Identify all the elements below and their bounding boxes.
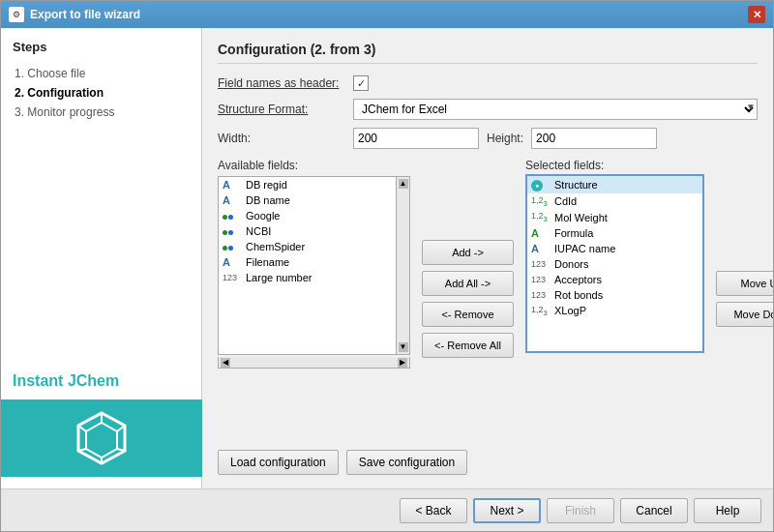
available-fields-panel: Available fields: A DB regid A DB name (218, 159, 410, 438)
field-label: Mol Weight (554, 212, 608, 223)
text-icon: A (223, 194, 242, 206)
list-item[interactable]: 1,23 Mol Weight (527, 209, 702, 225)
num-icon: 123 (531, 275, 551, 284)
back-button[interactable]: < Back (400, 498, 467, 523)
field-label: Rot bonds (554, 289, 603, 301)
move-up-button[interactable]: Move Up (716, 271, 773, 296)
list-item[interactable]: A Formula (527, 225, 702, 241)
field-label: DB name (246, 194, 290, 206)
brand-logo-box (1, 399, 202, 477)
window-icon: ⚙ (9, 7, 24, 22)
sidebar: Steps 1. Choose file 2. Configuration 3.… (1, 28, 202, 488)
list-item[interactable]: Google (219, 208, 396, 223)
mol-icon (223, 241, 242, 252)
selected-fields-listbox[interactable]: ● Structure 1,23 CdId 1,23 Mol Weight (525, 174, 704, 353)
num-icon: 1,23 (531, 305, 551, 317)
field-label: Google (246, 210, 280, 222)
field-label: Large number (246, 272, 313, 283)
move-buttons: Move Up Move Down (712, 159, 773, 438)
add-button[interactable]: Add -> (422, 240, 514, 265)
selected-fields-label: Selected fields: (525, 159, 704, 172)
mol-icon (223, 210, 242, 222)
step-3: 3. Monitor progress (13, 103, 190, 122)
list-item[interactable]: ● Structure (527, 176, 702, 193)
height-label: Height: (487, 132, 523, 145)
brand-text: Instant JChem (13, 369, 119, 394)
bottom-bar: < Back Next > Finish Cancel Help (1, 488, 773, 531)
field-label: Acceptors (554, 274, 602, 285)
scroll-down-btn[interactable]: ▼ (399, 342, 408, 352)
step-1: 1. Choose file (13, 64, 190, 83)
move-down-button[interactable]: Move Down (716, 302, 773, 327)
list-item[interactable]: 123 Large number (219, 270, 396, 285)
config-buttons: Load configuration Save configuration (218, 450, 758, 475)
list-item[interactable]: NCBI (219, 223, 396, 239)
next-button[interactable]: Next > (473, 498, 541, 523)
hexagon-icon (73, 409, 131, 467)
list-item[interactable]: 1,23 CdId (527, 193, 702, 210)
field-names-row: Field names as header: (218, 75, 758, 91)
list-item[interactable]: A IUPAC name (527, 241, 702, 256)
add-all-button[interactable]: Add All -> (422, 271, 514, 296)
structure-format-select[interactable]: JChem for Excel MDL Molfile SMILES InChI (353, 99, 758, 120)
num-icon: 123 (531, 259, 551, 269)
available-fields-label: Available fields: (218, 159, 410, 172)
save-config-button[interactable]: Save configuration (346, 450, 467, 475)
middle-buttons: Add -> Add All -> <- Remove <- Remove Al… (418, 159, 518, 438)
list-item[interactable]: 123 Rot bonds (527, 287, 702, 303)
struct-icon: ● (531, 178, 551, 192)
scroll-left-btn[interactable]: ◀ (221, 358, 230, 368)
window-title: Export to file wizard (30, 8, 742, 21)
load-config-button[interactable]: Load configuration (218, 450, 339, 475)
num-icon: 123 (531, 290, 551, 300)
export-wizard-window: ⚙ Export to file wizard ✕ Steps 1. Choos… (0, 0, 774, 532)
list-item[interactable]: 1,23 XLogP (527, 303, 702, 319)
remove-all-button[interactable]: <- Remove All (422, 333, 514, 358)
structure-format-label: Structure Format: (218, 103, 353, 116)
horizontal-scrollbar[interactable]: ◀ ▶ (218, 357, 410, 369)
height-input[interactable] (531, 128, 657, 149)
width-height-row: Width: Height: (218, 128, 758, 149)
mol123-icon: 1,23 (531, 195, 551, 208)
scroll-up-btn[interactable]: ▲ (399, 179, 408, 189)
field-label: NCBI (246, 225, 271, 237)
list-item[interactable]: A DB name (219, 192, 396, 208)
close-button[interactable]: ✕ (748, 6, 765, 23)
field-label: CdId (554, 195, 577, 207)
text-icon: A (223, 179, 242, 191)
help-button[interactable]: Help (694, 498, 761, 523)
field-label: Donors (554, 258, 588, 270)
width-input[interactable] (353, 128, 479, 149)
mol-icon (223, 225, 242, 237)
text-icon: A (223, 256, 242, 268)
list-item[interactable]: ChemSpider (219, 239, 396, 254)
list-item[interactable]: 123 Donors (527, 256, 702, 272)
field-names-label: Field names as header: (218, 76, 353, 90)
remove-button[interactable]: <- Remove (422, 302, 514, 327)
structure-format-dropdown-wrapper: JChem for Excel MDL Molfile SMILES InChI… (353, 99, 758, 120)
field-label: XLogP (554, 305, 586, 316)
right-panel: Configuration (2. from 3) Field names as… (202, 28, 773, 488)
text-icon: A (531, 227, 551, 239)
structure-format-row: Structure Format: JChem for Excel MDL Mo… (218, 99, 758, 120)
list-item[interactable]: A Filename (219, 254, 396, 270)
finish-button[interactable]: Finish (547, 498, 614, 523)
cancel-button[interactable]: Cancel (620, 498, 688, 523)
field-label: ChemSpider (246, 241, 305, 252)
listbox-scrollbar[interactable]: ▲ ▼ (397, 176, 410, 355)
sidebar-brand: Instant JChem (13, 369, 190, 477)
list-item[interactable]: A DB regid (219, 177, 396, 192)
steps-title: Steps (13, 40, 190, 54)
main-content: Steps 1. Choose file 2. Configuration 3.… (1, 28, 773, 488)
scroll-right-btn[interactable]: ▶ (398, 358, 407, 368)
field-names-checkbox[interactable] (353, 75, 369, 91)
title-bar: ⚙ Export to file wizard ✕ (1, 1, 773, 28)
list-item[interactable]: 123 Acceptors (527, 272, 702, 287)
width-label: Width: (218, 132, 353, 145)
panel-title: Configuration (2. from 3) (218, 42, 758, 64)
fields-area: Available fields: A DB regid A DB name (218, 159, 758, 438)
field-label: DB regid (246, 179, 287, 191)
available-fields-listbox[interactable]: A DB regid A DB name (218, 176, 397, 355)
steps-list: 1. Choose file 2. Configuration 3. Monit… (13, 64, 190, 122)
step-2: 2. Configuration (13, 83, 190, 103)
